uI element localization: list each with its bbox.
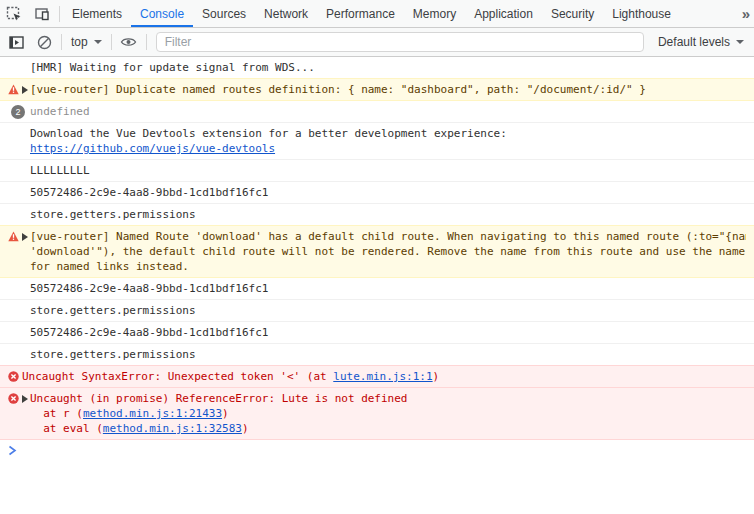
device-toolbar-icon[interactable]	[28, 0, 56, 27]
message-gutter: 2	[8, 104, 30, 119]
context-selector-label: top	[71, 35, 88, 49]
message-text: Download the Vue Devtools extension for …	[30, 126, 746, 156]
message-text: undefined	[30, 104, 746, 119]
message-line: [vue-router] Named Route 'download' has …	[30, 229, 746, 244]
console-message: 50572486-2c9e-4aa8-9bbd-1cd1bdf16fc1	[0, 322, 754, 344]
message-line: LLLLLLLLL	[30, 163, 746, 178]
message-gutter	[8, 207, 30, 209]
error-icon	[8, 393, 19, 404]
message-segment: Download the Vue Devtools extension for …	[30, 127, 507, 140]
chevron-down-icon	[736, 40, 744, 44]
console-message: store.getters.permissions	[0, 344, 754, 366]
console-message: [HMR] Waiting for update signal from WDS…	[0, 57, 754, 79]
message-gutter	[8, 303, 30, 305]
message-line: Uncaught (in promise) ReferenceError: Lu…	[30, 391, 746, 406]
message-segment: at r (	[30, 407, 83, 420]
tab-elements[interactable]: Elements	[63, 0, 131, 27]
tab-sources[interactable]: Sources	[193, 0, 255, 27]
devtools-tabbar: ElementsConsoleSourcesNetworkPerformance…	[0, 0, 754, 28]
message-text: 50572486-2c9e-4aa8-9bbd-1cd1bdf16fc1	[30, 185, 746, 200]
console-message: 50572486-2c9e-4aa8-9bbd-1cd1bdf16fc1	[0, 182, 754, 204]
levels-dropdown[interactable]: Default levels	[652, 35, 750, 49]
gutter-spacer	[8, 208, 30, 209]
expand-arrow-icon[interactable]	[22, 230, 30, 241]
console-message: [vue-router] Duplicate named routes defi…	[0, 78, 754, 101]
console-message: Download the Vue Devtools extension for …	[0, 123, 754, 160]
message-text: LLLLLLLLL	[30, 163, 746, 178]
source-link[interactable]: method.min.js:1:32583	[103, 422, 242, 435]
console-message: LLLLLLLLL	[0, 160, 754, 182]
filter-input[interactable]	[156, 32, 644, 52]
more-tabs-button[interactable]: »	[736, 0, 754, 27]
message-line: store.getters.permissions	[30, 207, 746, 222]
message-segment: store.getters.permissions	[30, 348, 196, 361]
message-line: [vue-router] Duplicate named routes defi…	[30, 82, 746, 97]
message-gutter	[8, 391, 30, 404]
divider	[59, 6, 60, 22]
tab-lighthouse[interactable]: Lighthouse	[603, 0, 680, 27]
tab-network[interactable]: Network	[255, 0, 317, 27]
source-link[interactable]: method.min.js:1:21433	[83, 407, 222, 420]
tab-application[interactable]: Application	[465, 0, 542, 27]
tab-security[interactable]: Security	[542, 0, 603, 27]
message-segment: Uncaught (in promise) ReferenceError: Lu…	[30, 392, 408, 405]
message-text: store.getters.permissions	[30, 303, 746, 318]
context-selector[interactable]: top	[65, 35, 108, 49]
chevron-right-icon	[8, 445, 22, 456]
message-segment: [vue-router] Named Route 'download' has …	[30, 230, 746, 243]
message-text: [HMR] Waiting for update signal from WDS…	[30, 60, 746, 75]
warning-icon	[8, 84, 19, 95]
gutter-spacer	[8, 282, 30, 283]
console-message: store.getters.permissions	[0, 300, 754, 322]
message-segment: )	[433, 370, 440, 383]
message-segment: [vue-router] Duplicate named routes defi…	[30, 83, 646, 96]
gutter-spacer	[8, 348, 30, 349]
tab-performance[interactable]: Performance	[317, 0, 404, 27]
message-segment: [HMR] Waiting for update signal from WDS…	[30, 61, 315, 74]
message-line: 50572486-2c9e-4aa8-9bbd-1cd1bdf16fc1	[30, 185, 746, 200]
message-line: for named links instead.	[30, 259, 746, 274]
chevron-down-icon	[94, 40, 102, 44]
gutter-spacer	[8, 326, 30, 327]
source-link[interactable]: lute.min.js:1:1	[333, 370, 432, 383]
message-segment: )	[242, 422, 249, 435]
message-gutter	[8, 82, 30, 95]
message-text: [vue-router] Named Route 'download' has …	[30, 229, 746, 274]
gutter-spacer	[8, 164, 30, 165]
message-segment: 50572486-2c9e-4aa8-9bbd-1cd1bdf16fc1	[30, 186, 268, 199]
tab-memory[interactable]: Memory	[404, 0, 465, 27]
console-message: 2undefined	[0, 101, 754, 123]
message-text: Uncaught (in promise) ReferenceError: Lu…	[30, 391, 746, 436]
clear-console-icon[interactable]	[30, 35, 58, 50]
message-text: store.getters.permissions	[30, 347, 746, 362]
message-text: Uncaught SyntaxError: Unexpected token '…	[22, 369, 746, 384]
message-segment: for named links instead.	[30, 260, 189, 273]
console-log: [HMR] Waiting for update signal from WDS…	[0, 57, 754, 440]
source-link[interactable]: https://github.com/vuejs/vue-devtools	[30, 142, 275, 155]
eye-icon[interactable]	[115, 36, 143, 48]
divider	[146, 34, 147, 50]
inspect-cursor-icon[interactable]	[0, 0, 28, 27]
gutter-spacer	[8, 61, 30, 62]
message-line: https://github.com/vuejs/vue-devtools	[30, 141, 746, 156]
levels-dropdown-label: Default levels	[658, 35, 730, 49]
message-line: undefined	[30, 104, 746, 119]
console-prompt[interactable]	[0, 440, 754, 461]
message-text: 50572486-2c9e-4aa8-9bbd-1cd1bdf16fc1	[30, 325, 746, 340]
message-gutter	[8, 281, 30, 283]
gutter-spacer	[8, 127, 30, 128]
message-line: Uncaught SyntaxError: Unexpected token '…	[22, 369, 746, 384]
message-segment: 50572486-2c9e-4aa8-9bbd-1cd1bdf16fc1	[30, 326, 268, 339]
message-gutter	[8, 60, 30, 62]
tab-console[interactable]: Console	[131, 0, 193, 27]
message-gutter	[8, 229, 30, 242]
console-sidebar-icon[interactable]	[2, 36, 30, 49]
message-line: [HMR] Waiting for update signal from WDS…	[30, 60, 746, 75]
message-segment: store.getters.permissions	[30, 304, 196, 317]
console-message: store.getters.permissions	[0, 204, 754, 226]
expand-arrow-icon[interactable]	[22, 83, 30, 94]
expand-arrow-icon[interactable]	[22, 392, 30, 403]
message-gutter	[8, 347, 30, 349]
message-segment: 50572486-2c9e-4aa8-9bbd-1cd1bdf16fc1	[30, 282, 268, 295]
gutter-spacer	[8, 304, 30, 305]
